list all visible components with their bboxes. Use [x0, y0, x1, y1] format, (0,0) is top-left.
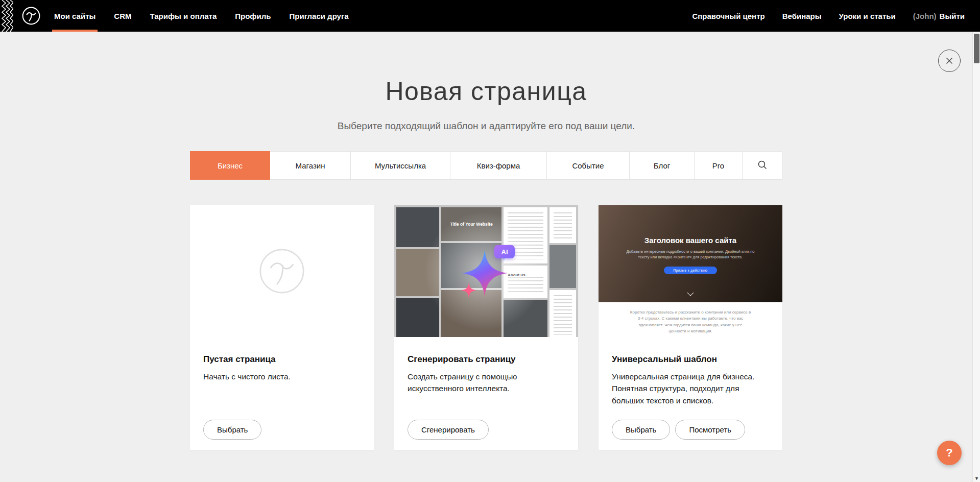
scrollbar-thumb[interactable]	[974, 34, 979, 63]
universal-preview: Заголовок вашего сайта Добавьте интересн…	[599, 205, 782, 337]
tab-blog[interactable]: Блог	[629, 151, 695, 180]
search-tab[interactable]	[742, 151, 782, 180]
universal-hero: Заголовок вашего сайта Добавьте интересн…	[599, 205, 782, 302]
hero-cta-button: Призыв к действию	[664, 267, 716, 274]
ai-badge: AI	[494, 245, 515, 258]
search-icon	[757, 160, 768, 172]
nav-my-sites[interactable]: Мои сайты	[54, 0, 95, 32]
page-title: Новая страница	[0, 77, 972, 106]
secondary-nav: Справочный центр Вебинары Уроки и статьи…	[692, 0, 965, 32]
template-card-blank[interactable]: Пустая страница Начать с чистого листа. …	[190, 205, 374, 450]
tab-multilink[interactable]: Мультиссылка	[350, 151, 450, 180]
user-name: (John)	[913, 12, 937, 20]
help-button[interactable]: ?	[937, 441, 962, 465]
app: Мои сайты CRM Тарифы и оплата Профиль Пр…	[0, 0, 980, 482]
tab-pro[interactable]: Pro	[694, 151, 743, 180]
template-category-tabs: Бизнес Магазин Мультиссылка Квиз-форма С…	[190, 151, 782, 180]
template-card-universal[interactable]: Заголовок вашего сайта Добавьте интересн…	[599, 205, 782, 450]
logout-link[interactable]: Выйти	[940, 12, 965, 20]
tilda-watermark-icon	[257, 246, 307, 296]
nav-crm[interactable]: CRM	[114, 0, 131, 32]
vertical-scrollbar[interactable]: ▼	[972, 32, 980, 482]
preview-universal-button[interactable]: Посмотреть	[675, 420, 745, 440]
nav-profile[interactable]: Профиль	[235, 0, 271, 32]
new-page-dialog: Новая страница Выберите подходящий шабло…	[0, 32, 972, 482]
nav-invite-friend[interactable]: Пригласи друга	[289, 0, 348, 32]
card-actions: Выбрать	[203, 420, 261, 440]
card-title: Пустая страница	[203, 354, 361, 365]
card-description: Универсальная страница для бизнеса. Поня…	[612, 371, 769, 406]
chevron-down-icon	[687, 290, 694, 296]
template-grid: Пустая страница Начать с чистого листа. …	[190, 205, 782, 482]
hero-title: Заголовок вашего сайта	[644, 236, 736, 245]
main-nav: Мои сайты CRM Тарифы и оплата Профиль Пр…	[54, 0, 349, 32]
zigzag-decoration	[0, 0, 13, 32]
card-body: Универсальный шаблон Универсальная стран…	[599, 337, 782, 406]
card-body: Пустая страница Начать с чистого листа.	[190, 337, 374, 382]
ai-preview-collage: Title of Your Website About us	[394, 205, 578, 337]
template-card-ai-generate[interactable]: Title of Your Website About us	[394, 205, 578, 450]
tab-quiz-form[interactable]: Квиз-форма	[450, 151, 547, 180]
select-universal-button[interactable]: Выбрать	[612, 420, 670, 440]
nav-help-center[interactable]: Справочный центр	[692, 0, 764, 32]
nav-webinars[interactable]: Вебинары	[782, 0, 822, 32]
scroll-down-arrow[interactable]: ▼	[973, 476, 980, 481]
tab-event[interactable]: Событие	[546, 151, 630, 180]
tab-store[interactable]: Магазин	[270, 151, 351, 180]
card-body: Сгенерировать страницу Создать страницу …	[394, 337, 578, 395]
select-blank-button[interactable]: Выбрать	[203, 420, 261, 440]
hero-text: Добавьте интересные подробности о вашей …	[620, 249, 760, 260]
universal-body-section: Коротко представьтесь и расскажите о ком…	[599, 302, 782, 337]
nav-tariffs[interactable]: Тарифы и оплата	[150, 0, 217, 32]
user-block: (John) Выйти	[913, 12, 965, 20]
topbar: Мои сайты CRM Тарифы и оплата Профиль Пр…	[0, 0, 980, 32]
blank-page-preview	[190, 205, 374, 337]
generate-button[interactable]: Сгенерировать	[408, 420, 489, 440]
card-actions: Сгенерировать	[408, 420, 489, 440]
nav-lessons[interactable]: Уроки и статьи	[839, 0, 896, 32]
card-description: Начать с чистого листа.	[203, 371, 361, 382]
close-button[interactable]	[938, 50, 961, 72]
universal-body-text: Коротко представьтесь и расскажите о ком…	[630, 309, 751, 335]
card-actions: Выбрать Посмотреть	[612, 420, 745, 440]
page-subtitle: Выберите подходящий шаблон и адаптируйте…	[0, 120, 972, 132]
tab-business[interactable]: Бизнес	[190, 151, 270, 180]
tilda-logo-icon[interactable]	[21, 6, 41, 26]
card-description: Создать страницу с помощью искусственног…	[408, 371, 565, 395]
card-title: Сгенерировать страницу	[408, 354, 565, 365]
card-title: Универсальный шаблон	[612, 354, 769, 365]
